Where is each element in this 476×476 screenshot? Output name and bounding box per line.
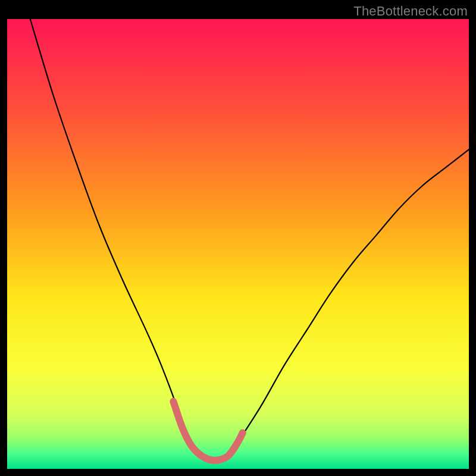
gradient-background <box>7 19 469 469</box>
bottleneck-chart <box>7 19 469 469</box>
watermark-text: TheBottleneck.com <box>353 4 468 19</box>
chart-frame <box>7 19 469 469</box>
